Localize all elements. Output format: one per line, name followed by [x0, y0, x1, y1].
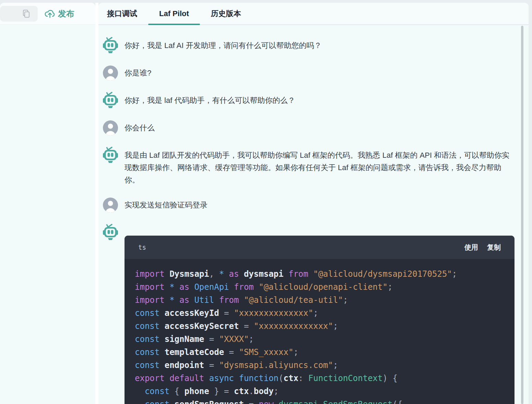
- bot-avatar-icon: [103, 147, 118, 164]
- tab-history-versions[interactable]: 历史版本: [210, 3, 242, 24]
- bot-avatar-icon: [103, 92, 118, 109]
- bot-avatar-icon: [103, 37, 118, 54]
- chat-message-row: ts 使用 复制 import Dysmsapi, * as dysmsapi …: [103, 224, 516, 404]
- code-language-label: ts: [138, 243, 146, 251]
- code-block-header: ts 使用 复制: [125, 236, 515, 259]
- message-text: 实现发送短信验证码登录: [125, 199, 208, 211]
- use-code-button[interactable]: 使用: [464, 243, 478, 252]
- code-block-card: ts 使用 复制 import Dysmsapi, * as dysmsapi …: [125, 236, 515, 404]
- user-avatar-icon: [103, 64, 118, 82]
- message-text: 你会什么: [125, 122, 155, 134]
- tab-bar: 接口调试 Laf Pilot 历史版本: [98, 3, 529, 25]
- cloud-upload-icon: [44, 9, 55, 19]
- left-panel: 发布: [0, 3, 95, 404]
- vertical-scrollbar[interactable]: [521, 26, 523, 404]
- chat-message-row: 你好，我是 Laf AI 开发助理，请问有什么可以帮助您的吗？: [103, 37, 516, 54]
- chat-message-list: 你好，我是 Laf AI 开发助理，请问有什么可以帮助您的吗？ 你是谁? 你好，…: [98, 26, 529, 404]
- message-text: 你好，我是 Laf AI 开发助理，请问有什么可以帮助您的吗？: [125, 39, 322, 52]
- code-content: import Dysmsapi, * as dysmsapi from "@al…: [125, 259, 515, 404]
- chat-message-row: 我是由 Laf 团队开发的代码助手，我可以帮助你编写 Laf 框架的代码。我熟悉…: [103, 147, 516, 186]
- message-text: 你是谁?: [125, 67, 151, 79]
- copy-code-button[interactable]: 复制: [487, 243, 501, 252]
- chat-message-row: 实现发送短信验证码登录: [103, 197, 516, 214]
- chat-panel: 接口调试 Laf Pilot 历史版本 你好，我是 Laf AI 开发助理，请问…: [98, 3, 529, 404]
- chat-message-row: 你好，我是 laf 代码助手，有什么可以帮助你的么？: [103, 92, 516, 109]
- user-avatar-icon: [103, 197, 118, 214]
- publish-button[interactable]: 发布: [44, 6, 74, 22]
- editor-actions-pill: [0, 6, 38, 22]
- left-toolbar: 发布: [0, 3, 95, 25]
- code-actions: 使用 复制: [464, 243, 501, 252]
- panel-divider: [95, 3, 98, 404]
- message-text: 你好，我是 laf 代码助手，有什么可以帮助你的么？: [125, 94, 295, 107]
- copy-icon[interactable]: [22, 9, 30, 18]
- chat-message-row: 你会什么: [103, 119, 516, 136]
- chat-message-row: 你是谁?: [103, 64, 516, 82]
- tab-api-debug[interactable]: 接口调试: [106, 3, 138, 24]
- publish-label: 发布: [58, 8, 74, 19]
- message-text: 我是由 Laf 团队开发的代码助手，我可以帮助你编写 Laf 框架的代码。我熟悉…: [125, 149, 516, 186]
- tab-laf-pilot[interactable]: Laf Pilot: [158, 3, 190, 24]
- bot-avatar-icon: [103, 224, 118, 241]
- user-avatar-icon: [103, 119, 118, 136]
